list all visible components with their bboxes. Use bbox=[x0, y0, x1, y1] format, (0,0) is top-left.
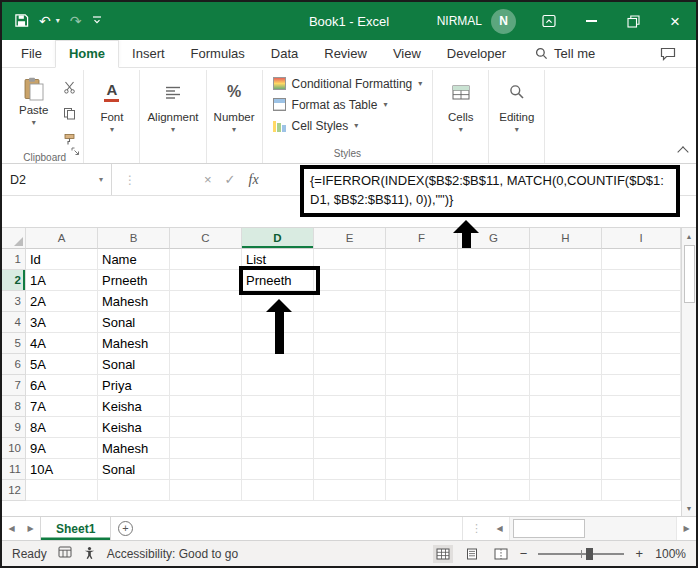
cell-styles-button[interactable]: Cell Styles ▾ bbox=[270, 115, 426, 136]
cell-D11[interactable] bbox=[242, 459, 314, 480]
row-header-2[interactable]: 2 bbox=[2, 270, 26, 291]
undo-dropdown-icon[interactable]: ▾ bbox=[56, 17, 60, 25]
ribbon-group-cells[interactable]: Cells ▾ bbox=[433, 70, 489, 163]
collapse-ribbon-icon[interactable] bbox=[677, 146, 688, 157]
cell-D7[interactable] bbox=[242, 375, 314, 396]
cell-C1[interactable] bbox=[170, 249, 242, 270]
cell-F12[interactable] bbox=[386, 480, 458, 501]
cell-C2[interactable] bbox=[170, 270, 242, 291]
cell-H9[interactable] bbox=[530, 417, 602, 438]
row-header-7[interactable]: 7 bbox=[2, 375, 26, 396]
cell-G10[interactable] bbox=[458, 438, 530, 459]
format-as-table-button[interactable]: Format as Table ▾ bbox=[270, 94, 426, 115]
horizontal-scrollbar[interactable]: ⋮ ◀ ▶ bbox=[462, 517, 696, 540]
row-header-9[interactable]: 9 bbox=[2, 417, 26, 438]
cell-H11[interactable] bbox=[530, 459, 602, 480]
cell-E2[interactable] bbox=[314, 270, 386, 291]
cell-E5[interactable] bbox=[314, 333, 386, 354]
sheet-nav-left-icon[interactable]: ◀ bbox=[2, 517, 21, 540]
zoom-slider-thumb[interactable] bbox=[586, 548, 593, 560]
cell-G1[interactable] bbox=[458, 249, 530, 270]
cell-B10[interactable]: Mahesh bbox=[98, 438, 170, 459]
cell-A11[interactable]: 10A bbox=[26, 459, 98, 480]
cell-G9[interactable] bbox=[458, 417, 530, 438]
column-header-H[interactable]: H bbox=[530, 228, 602, 249]
cell-F3[interactable] bbox=[386, 291, 458, 312]
cell-H4[interactable] bbox=[530, 312, 602, 333]
accessibility-status[interactable]: Accessibility: Good to go bbox=[107, 547, 238, 561]
cut-icon[interactable] bbox=[63, 80, 76, 98]
cell-A6[interactable]: 5A bbox=[26, 354, 98, 375]
scroll-up-icon[interactable]: ▲ bbox=[682, 228, 696, 244]
undo-icon[interactable]: ↶ bbox=[39, 14, 51, 28]
cell-C6[interactable] bbox=[170, 354, 242, 375]
cell-B6[interactable]: Sonal bbox=[98, 354, 170, 375]
new-sheet-button[interactable]: + bbox=[111, 517, 139, 540]
tab-review[interactable]: Review bbox=[311, 41, 380, 67]
cell-C10[interactable] bbox=[170, 438, 242, 459]
column-header-A[interactable]: A bbox=[26, 228, 98, 249]
cell-B8[interactable]: Keisha bbox=[98, 396, 170, 417]
cell-D12[interactable] bbox=[242, 480, 314, 501]
column-header-F[interactable]: F bbox=[386, 228, 458, 249]
cell-F2[interactable] bbox=[386, 270, 458, 291]
column-header-C[interactable]: C bbox=[170, 228, 242, 249]
cell-F8[interactable] bbox=[386, 396, 458, 417]
cell-I9[interactable] bbox=[602, 417, 681, 438]
ribbon-group-font[interactable]: A Font ▾ bbox=[84, 70, 140, 163]
cell-E8[interactable] bbox=[314, 396, 386, 417]
cell-E7[interactable] bbox=[314, 375, 386, 396]
cell-C7[interactable] bbox=[170, 375, 242, 396]
cell-G5[interactable] bbox=[458, 333, 530, 354]
cell-A1[interactable]: Id bbox=[26, 249, 98, 270]
cell-E9[interactable] bbox=[314, 417, 386, 438]
zoom-level[interactable]: 100% bbox=[652, 547, 686, 561]
cell-F5[interactable] bbox=[386, 333, 458, 354]
feedback-icon[interactable] bbox=[646, 47, 690, 67]
ribbon-group-number[interactable]: % Number ▾ bbox=[207, 70, 263, 163]
cell-I8[interactable] bbox=[602, 396, 681, 417]
cell-B1[interactable]: Name bbox=[98, 249, 170, 270]
tab-insert[interactable]: Insert bbox=[119, 41, 178, 67]
cell-G8[interactable] bbox=[458, 396, 530, 417]
chevron-down-icon[interactable]: ▾ bbox=[99, 175, 103, 184]
cell-I4[interactable] bbox=[602, 312, 681, 333]
row-header-11[interactable]: 11 bbox=[2, 459, 26, 480]
cell-B2[interactable]: Prneeth bbox=[98, 270, 170, 291]
tab-developer[interactable]: Developer bbox=[434, 41, 519, 67]
zoom-out-button[interactable]: − bbox=[520, 547, 528, 560]
cell-C4[interactable] bbox=[170, 312, 242, 333]
cell-E1[interactable] bbox=[314, 249, 386, 270]
ribbon-display-options-icon[interactable] bbox=[528, 2, 570, 40]
cell-D6[interactable] bbox=[242, 354, 314, 375]
cell-F11[interactable] bbox=[386, 459, 458, 480]
row-header-1[interactable]: 1 bbox=[2, 249, 26, 270]
cell-D8[interactable] bbox=[242, 396, 314, 417]
cell-B7[interactable]: Priya bbox=[98, 375, 170, 396]
column-header-I[interactable]: I bbox=[602, 228, 681, 249]
cell-E12[interactable] bbox=[314, 480, 386, 501]
zoom-in-button[interactable]: + bbox=[635, 547, 643, 560]
column-header-B[interactable]: B bbox=[98, 228, 170, 249]
cell-I5[interactable] bbox=[602, 333, 681, 354]
vertical-scrollbar[interactable]: ▲ ▼ bbox=[681, 228, 696, 516]
cell-I3[interactable] bbox=[602, 291, 681, 312]
cell-E6[interactable] bbox=[314, 354, 386, 375]
cell-C5[interactable] bbox=[170, 333, 242, 354]
cell-A9[interactable]: 8A bbox=[26, 417, 98, 438]
row-header-10[interactable]: 10 bbox=[2, 438, 26, 459]
copy-icon[interactable] bbox=[63, 106, 76, 124]
cell-B11[interactable]: Sonal bbox=[98, 459, 170, 480]
horizontal-scroll-thumb[interactable] bbox=[513, 519, 585, 538]
column-header-E[interactable]: E bbox=[314, 228, 386, 249]
cell-F7[interactable] bbox=[386, 375, 458, 396]
tab-view[interactable]: View bbox=[380, 41, 434, 67]
cell-F9[interactable] bbox=[386, 417, 458, 438]
sheet-nav-right-icon[interactable]: ▶ bbox=[21, 517, 40, 540]
ribbon-group-editing[interactable]: Editing ▾ bbox=[489, 70, 545, 163]
paste-button[interactable]: Paste ▾ bbox=[13, 73, 54, 150]
clipboard-dialog-launcher-icon[interactable] bbox=[71, 142, 80, 160]
column-header-D[interactable]: D bbox=[242, 228, 314, 249]
macro-record-icon[interactable] bbox=[58, 546, 72, 561]
tell-me-button[interactable]: Tell me bbox=[525, 41, 605, 67]
